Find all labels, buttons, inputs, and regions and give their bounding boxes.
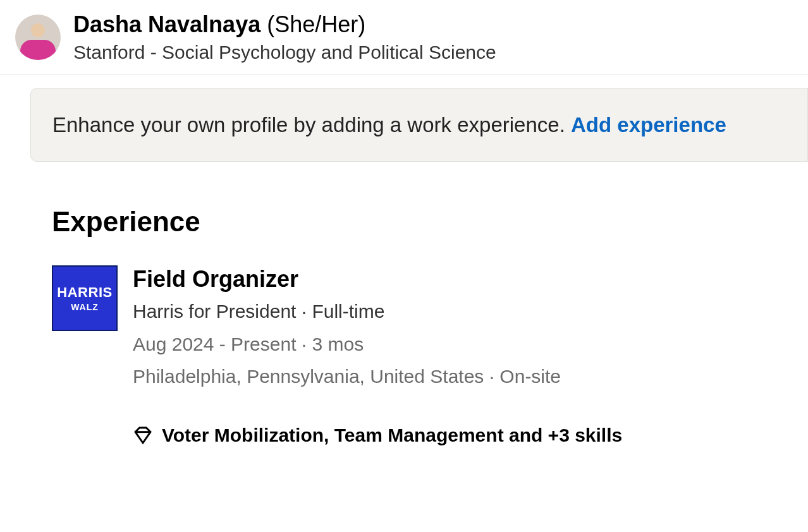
profile-pronouns: (She/Her) (267, 11, 365, 37)
experience-details: Field Organizer Harris for President · F… (133, 265, 622, 446)
enhance-profile-banner: Enhance your own profile by adding a wor… (30, 88, 808, 162)
profile-name[interactable]: Dasha Navalnaya (73, 11, 260, 37)
content-area: Enhance your own profile by adding a wor… (0, 88, 808, 446)
profile-name-line: Dasha Navalnaya (She/Her) (73, 11, 496, 38)
company-line: Harris for President · Full-time (133, 298, 622, 325)
avatar[interactable] (15, 15, 61, 60)
job-title[interactable]: Field Organizer (133, 265, 622, 293)
add-experience-link[interactable]: Add experience (571, 113, 726, 136)
company-logo[interactable]: HARRIS WALZ (52, 265, 118, 331)
location-line: Philadelphia, Pennsylvania, United State… (133, 363, 622, 390)
skills-text: Voter Mobilization, Team Management and … (162, 425, 622, 446)
company-logo-line1: HARRIS (57, 284, 112, 301)
promo-text: Enhance your own profile by adding a wor… (52, 113, 571, 136)
diamond-icon (133, 425, 153, 445)
company-logo-line2: WALZ (71, 302, 99, 312)
profile-header: Dasha Navalnaya (She/Her) Stanford - Soc… (0, 0, 808, 75)
date-line: Aug 2024 - Present · 3 mos (133, 330, 622, 358)
experience-item[interactable]: HARRIS WALZ Field Organizer Harris for P… (52, 265, 808, 446)
experience-section-title: Experience (52, 206, 808, 238)
skills-row[interactable]: Voter Mobilization, Team Management and … (133, 425, 622, 446)
profile-subtitle: Stanford - Social Psychology and Politic… (73, 42, 496, 63)
header-text-block: Dasha Navalnaya (She/Her) Stanford - Soc… (73, 11, 496, 63)
